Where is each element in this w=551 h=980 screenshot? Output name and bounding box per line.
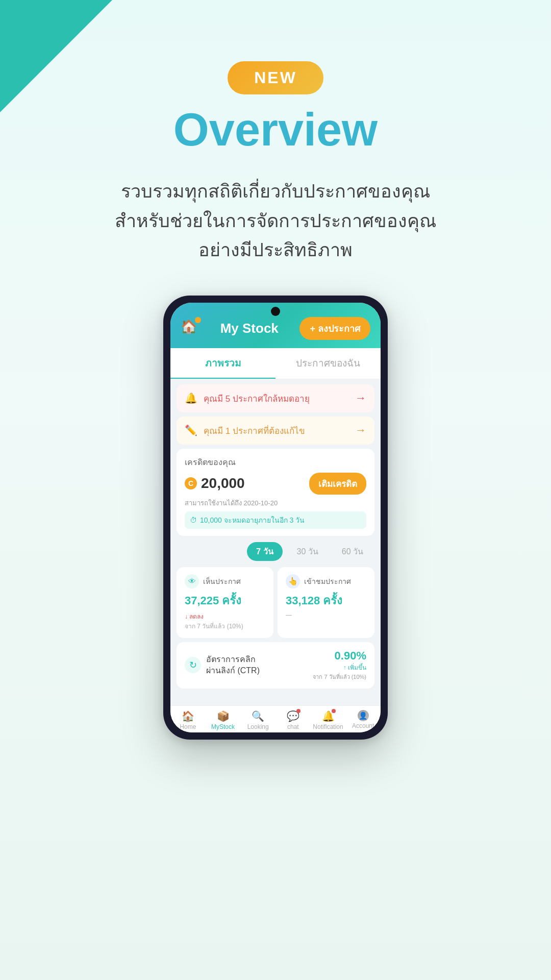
nav-account[interactable]: 👤 Account — [345, 710, 381, 730]
credit-valid-date: สามารถใช้งานได้ถึง 2020-10-20 — [185, 498, 366, 508]
phone-content: 🔔 คุณมี 5 ประกาศใกล้หมดอายุ → ✏️ คุณมี 1… — [170, 379, 381, 705]
home-icon: 🏠 — [182, 710, 194, 722]
alert-icon-fix: ✏️ — [185, 424, 197, 436]
ctr-icon: ↻ — [185, 657, 201, 673]
ctr-note: จาก 7 วันที่แล้ว (10%) — [313, 672, 366, 681]
notification-dot — [332, 709, 336, 713]
credit-amount: C 20,000 — [185, 475, 245, 492]
period-7-days[interactable]: 7 วัน — [247, 542, 282, 561]
notification-icon[interactable]: 🏠 — [181, 319, 199, 337]
alert-fix[interactable]: ✏️ คุณมี 1 ประกาศที่ต้องแก้ไข → — [177, 416, 374, 445]
nav-account-label: Account — [352, 722, 374, 729]
expire-text: 10,000 จะหมดอายุภายในอีก 3 วัน — [200, 514, 305, 526]
stat-views-label: เห็นประกาศ — [203, 576, 241, 587]
stat-views: 👁 เห็นประกาศ 37,225 ครั้ง ↓ ลดลง จาก 7 ว… — [177, 567, 273, 638]
nav-looking[interactable]: 🔍 Looking — [240, 710, 276, 730]
nav-mystock[interactable]: 📦 MyStock — [206, 710, 241, 730]
ctr-card: ↻ อัตราการคลิกผ่านลิงก์ (CTR) 0.90% ↑ เพ… — [177, 642, 374, 689]
phone-mockup-wrapper: 🏠 My Stock + ลงประกาศ ภาพรวม ประกาศของฉั… — [0, 296, 551, 740]
nav-chat-label: chat — [287, 723, 299, 730]
mystock-icon: 📦 — [217, 710, 230, 722]
credit-coin-icon: C — [185, 477, 197, 489]
alert-left-expiring: 🔔 คุณมี 5 ประกาศใกล้หมดอายุ — [185, 391, 310, 405]
period-30-days[interactable]: 30 วัน — [288, 542, 328, 561]
credit-number: 20,000 — [201, 475, 245, 492]
period-selector: 7 วัน 30 วัน 60 วัน — [177, 540, 374, 563]
stat-views-value: 37,225 ครั้ง — [185, 592, 265, 609]
tab-overview[interactable]: ภาพรวม — [170, 348, 276, 379]
stat-visits-label: เข้าชมประกาศ — [304, 576, 351, 587]
topup-button[interactable]: เติมเครดิต — [309, 473, 366, 495]
alert-expiring[interactable]: 🔔 คุณมี 5 ประกาศใกล้หมดอายุ → — [177, 384, 374, 412]
phone-tabs: ภาพรวม ประกาศของฉัน — [170, 348, 381, 379]
stat-visits-value: 33,128 ครั้ง — [286, 592, 366, 609]
stat-views-change: ↓ ลดลง — [185, 611, 265, 621]
alert-arrow-expiring: → — [355, 391, 366, 405]
credit-label: เครดิตของคุณ — [185, 456, 366, 469]
nav-notification[interactable]: 🔔 Notification — [311, 710, 346, 730]
stat-views-note: จาก 7 วันที่แล้ว (10%) — [185, 621, 265, 631]
alert-icon-expiring: 🔔 — [185, 392, 197, 404]
stat-visits: 👆 เข้าชมประกาศ 33,128 ครั้ง — — [278, 567, 374, 638]
alert-text-expiring: คุณมี 5 ประกาศใกล้หมดอายุ — [204, 391, 310, 405]
expire-icon: ⏱ — [190, 516, 197, 524]
ctr-up-text: ↑ เพิ่มขึ้น — [313, 663, 366, 672]
period-60-days[interactable]: 60 วัน — [333, 542, 372, 561]
post-button[interactable]: + ลงประกาศ — [299, 317, 370, 340]
stat-visits-header: 👆 เข้าชมประกาศ — [286, 574, 366, 589]
nav-notification-label: Notification — [313, 723, 343, 730]
stat-views-header: 👁 เห็นประกาศ — [185, 574, 265, 589]
credit-card: เครดิตของคุณ C 20,000 เติมเครดิต สามารถใ… — [177, 449, 374, 536]
chat-dot — [296, 709, 300, 713]
phone-screen: 🏠 My Stock + ลงประกาศ ภาพรวม ประกาศของฉั… — [170, 303, 381, 732]
nav-chat[interactable]: 💬 chat — [276, 710, 311, 730]
alert-text-fix: คุณมี 1 ประกาศที่ต้องแก้ไข — [204, 424, 305, 437]
stat-visits-icon: 👆 — [286, 574, 300, 589]
account-avatar: 👤 — [358, 710, 369, 721]
tab-my-listings[interactable]: ประกาศของฉัน — [276, 348, 381, 379]
bottom-nav: 🏠 Home 📦 MyStock 🔍 Looking 💬 chat 🔔 — [170, 705, 381, 732]
chat-icon: 💬 — [287, 710, 299, 722]
looking-icon: 🔍 — [252, 710, 264, 722]
stat-views-icon: 👁 — [185, 574, 199, 589]
nav-looking-label: Looking — [247, 723, 269, 730]
credit-row: C 20,000 เติมเครดิต — [185, 473, 366, 495]
notification-badge — [195, 317, 201, 323]
overview-title: Overview — [0, 104, 551, 156]
credit-expire-warning: ⏱ 10,000 จะหมดอายุภายในอีก 3 วัน — [185, 511, 366, 529]
subtitle-text: รวบรวมทุกสถิติเกี่ยวกับประกาศของคุณ สำหร… — [77, 177, 474, 265]
header-title: My Stock — [220, 321, 279, 336]
stats-grid: 👁 เห็นประกาศ 37,225 ครั้ง ↓ ลดลง จาก 7 ว… — [177, 567, 374, 638]
corner-decoration — [0, 0, 112, 112]
ctr-label: อัตราการคลิกผ่านลิงก์ (CTR) — [206, 654, 260, 677]
notification-nav-icon: 🔔 — [322, 710, 335, 722]
phone-notch — [271, 307, 280, 316]
nav-home[interactable]: 🏠 Home — [170, 710, 206, 730]
stat-visits-change: — — [286, 611, 366, 619]
nav-home-label: Home — [180, 723, 196, 730]
nav-mystock-label: MyStock — [211, 723, 235, 730]
ctr-left: ↻ อัตราการคลิกผ่านลิงก์ (CTR) — [185, 654, 260, 677]
new-badge: NEW — [228, 61, 323, 94]
alert-left-fix: ✏️ คุณมี 1 ประกาศที่ต้องแก้ไข — [185, 424, 305, 437]
new-badge-wrapper: NEW — [0, 61, 551, 94]
phone-mockup: 🏠 My Stock + ลงประกาศ ภาพรวม ประกาศของฉั… — [163, 296, 388, 740]
ctr-right: 0.90% ↑ เพิ่มขึ้น จาก 7 วันที่แล้ว (10%) — [313, 649, 366, 681]
alert-arrow-fix: → — [355, 424, 366, 437]
ctr-value: 0.90% — [313, 649, 366, 663]
